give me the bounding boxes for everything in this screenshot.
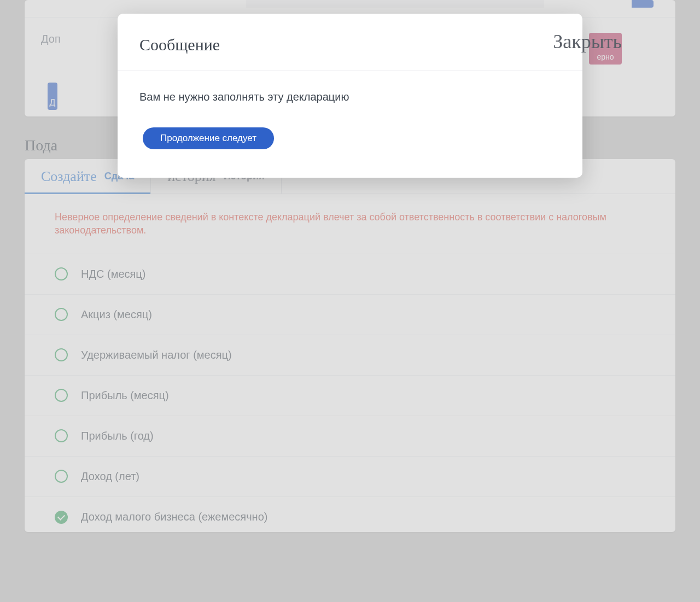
modal-continue-button[interactable]: Продолжение следует bbox=[143, 127, 274, 149]
modal-title: Сообщение bbox=[139, 36, 561, 54]
modal-divider bbox=[118, 71, 582, 71]
message-modal: Сообщение Закрыть Вам не нужно заполнять… bbox=[118, 14, 582, 178]
modal-overlay: Сообщение Закрыть Вам не нужно заполнять… bbox=[0, 0, 700, 602]
modal-message: Вам не нужно заполнять эту декларацию bbox=[139, 91, 561, 103]
modal-close-button[interactable]: Закрыть bbox=[553, 30, 622, 53]
